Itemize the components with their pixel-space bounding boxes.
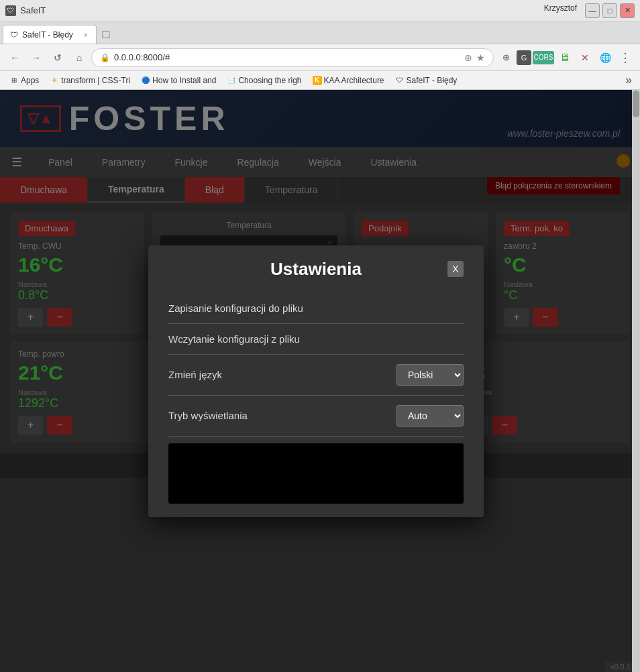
modal-overlay[interactable]: Ustawienia X Zapisanie konfiguracji do p… — [0, 90, 632, 672]
modal-body: Zapisanie konfiguracji do pliku Wczytani… — [148, 286, 484, 517]
howto-favicon: 🔵 — [141, 76, 150, 85]
bookmark-transform[interactable]: ✳ transform | CSS-Tri — [46, 74, 134, 87]
bookmark-kaa[interactable]: K KAA Architecture — [309, 74, 388, 87]
language-label: Zmień język — [168, 369, 222, 380]
forward-button[interactable]: → — [27, 48, 46, 67]
close-window-button[interactable]: ✕ — [620, 3, 635, 18]
bookmark-howto-label: How to Install and — [152, 76, 216, 85]
maximize-button[interactable]: □ — [602, 3, 617, 18]
address-bar[interactable]: 🔒 0.0.0.0:8000/# ⊕ ★ — [91, 48, 494, 67]
zapisanie-label: Zapisanie konfiguracji do pliku — [168, 302, 303, 314]
bookmark-safeit[interactable]: 🛡 SafeIT - Błędy — [391, 74, 462, 87]
user-label: Krzysztof — [544, 3, 577, 18]
bookmark-choosing[interactable]: 📑 Choosing the righ — [223, 74, 305, 87]
modal-row-language: Zmień język Polski English — [168, 355, 464, 396]
title-bar-left: 🛡 SafeIT — [5, 5, 46, 16]
modal-title: Ustawienia — [184, 259, 447, 280]
modal-black-box — [168, 443, 464, 504]
cors-icon[interactable]: CORS — [533, 51, 554, 64]
modal-row-display: Tryb wyświetlania Auto Light Dark — [168, 396, 464, 437]
cast-icon[interactable]: ⊕ — [496, 48, 515, 67]
globe-icon[interactable]: 🌐 — [596, 48, 615, 67]
display-select[interactable]: Auto Light Dark — [396, 405, 464, 427]
scrollbar-thumb[interactable] — [633, 91, 639, 117]
tab-bar: 🛡 SafeIT - Błędy × □ — [0, 21, 640, 44]
toolbar-icons: ⊕ G CORS 🖥 ✕ 🌐 ⋮ — [496, 48, 635, 67]
bookmark-choosing-label: Choosing the righ — [238, 76, 301, 85]
page-content: ▽ ▲ FOSTER www.foster-pleszew.com.pl ☰ P… — [0, 90, 640, 672]
apps-favicon: ⊞ — [9, 76, 19, 85]
tab-favicon: 🛡 — [10, 30, 18, 40]
monitor-icon[interactable]: 🖥 — [555, 48, 574, 67]
menu-button[interactable]: ⋮ — [616, 48, 635, 67]
reload-button[interactable]: ↺ — [48, 48, 67, 67]
bookmark-transform-label: transform | CSS-Tri — [61, 76, 130, 85]
bookmark-safeit-label: SafeIT - Błędy — [407, 76, 458, 85]
language-select[interactable]: Polski English — [396, 364, 464, 386]
minimize-button[interactable]: — — [585, 3, 600, 18]
toolbar: ← → ↺ ⌂ 🔒 0.0.0.0:8000/# ⊕ ★ ⊕ G CORS 🖥 … — [0, 44, 640, 71]
address-text: 0.0.0.0:8000/# — [114, 52, 460, 62]
tab-close-button[interactable]: × — [83, 31, 89, 39]
back-button[interactable]: ← — [5, 48, 24, 67]
bookmark-kaa-label: KAA Architecture — [324, 76, 384, 85]
new-tab-button[interactable]: □ — [97, 25, 115, 44]
browser-favicon: 🛡 — [5, 5, 16, 16]
wczytanie-label: Wczytanie konfiguracji z pliku — [168, 333, 300, 345]
scrollbar[interactable] — [632, 90, 640, 672]
safeit-favicon: 🛡 — [395, 76, 405, 85]
kaa-favicon: K — [313, 76, 322, 85]
bookmarks-more-button[interactable]: » — [623, 73, 635, 87]
extension-icon[interactable]: ✕ — [576, 48, 594, 67]
window-controls: Krzysztof — □ ✕ — [544, 3, 635, 18]
modal-close-button[interactable]: X — [447, 261, 464, 277]
choosing-favicon: 📑 — [227, 76, 236, 85]
modal-row-wczytanie[interactable]: Wczytanie konfiguracji z pliku — [168, 324, 464, 355]
modal-row-zapisanie[interactable]: Zapisanie konfiguracji do pliku — [168, 293, 464, 324]
settings-modal: Ustawienia X Zapisanie konfiguracji do p… — [148, 245, 484, 517]
bookmark-howto[interactable]: 🔵 How to Install and — [137, 74, 220, 87]
window-title: SafeIT — [20, 5, 46, 15]
modal-header: Ustawienia X — [148, 245, 484, 286]
transform-favicon: ✳ — [50, 76, 59, 85]
bookmark-apps[interactable]: ⊞ Apps — [5, 74, 43, 87]
bookmark-apps-label: Apps — [21, 76, 39, 85]
home-button[interactable]: ⌂ — [70, 48, 89, 67]
active-tab[interactable]: 🛡 SafeIT - Błędy × — [3, 25, 97, 44]
bookmarks-bar: ⊞ Apps ✳ transform | CSS-Tri 🔵 How to In… — [0, 71, 640, 90]
display-label: Tryb wyświetlania — [168, 410, 248, 421]
browser-frame: 🛡 SafeIT Krzysztof — □ ✕ 🛡 SafeIT - Błęd… — [0, 0, 640, 672]
screenshot-icon[interactable]: G — [517, 50, 531, 65]
tab-label: SafeIT - Błędy — [22, 30, 73, 40]
title-bar: 🛡 SafeIT Krzysztof — □ ✕ — [0, 0, 640, 21]
